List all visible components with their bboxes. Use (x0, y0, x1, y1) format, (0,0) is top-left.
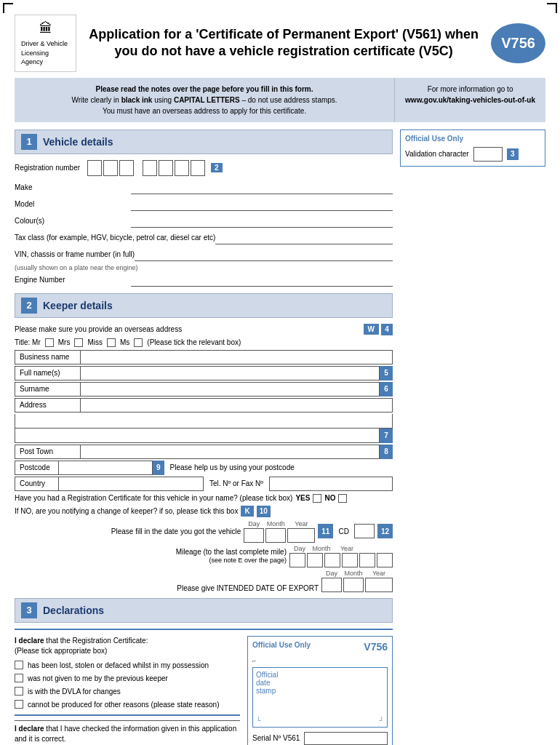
day-header1: Day (244, 520, 264, 527)
info-right-line1: For more information go to (405, 84, 535, 95)
official-use-dec-title: Official Use Only V756 (252, 641, 388, 653)
date-month1[interactable] (265, 528, 286, 543)
date-year1[interactable] (287, 528, 315, 543)
badge3: 3 (507, 148, 519, 160)
logo-line1: Driver & Vehicle (21, 39, 70, 49)
business-name-input[interactable] (80, 350, 393, 364)
export-day[interactable] (321, 578, 342, 592)
mileage-box4[interactable] (342, 553, 358, 567)
engine-input[interactable] (131, 274, 393, 287)
year-header2: Year (333, 545, 361, 552)
declarations-left: I declare that the Registration Certific… (15, 636, 240, 745)
address-input2[interactable] (15, 414, 393, 429)
address-input3[interactable] (15, 429, 380, 443)
model-input[interactable] (131, 198, 393, 211)
country-input[interactable] (58, 477, 204, 491)
tax-input[interactable] (215, 231, 393, 244)
vin-label: VIN, chassis or frame number (in full) (15, 250, 135, 258)
checkbox-ms[interactable] (134, 338, 143, 347)
info-website: www.gov.uk/taking-vehicles-out-of-uk (405, 95, 535, 105)
validation-input[interactable] (473, 147, 503, 162)
vin-input[interactable] (135, 248, 393, 261)
make-input[interactable] (131, 181, 393, 194)
section2-title: Keeper details (43, 300, 113, 311)
export-month[interactable] (343, 578, 364, 592)
corner-hint: ⌐ (252, 657, 388, 664)
tax-label: Tax class (for example, HGV, bicycle, pe… (15, 234, 215, 242)
badge11: 11 (318, 524, 333, 538)
please-tick: (Please tick the relevant box) (147, 338, 241, 346)
left-column: 1 Vehicle details Registration number 2 (15, 130, 393, 745)
official-use-title: Official Use Only (405, 135, 540, 143)
mileage-sublabel: (see note E over the page) (209, 557, 287, 564)
declare-item-3: is with the DVLA for changes (15, 687, 240, 697)
reg-num-row: Registration number 2 (15, 160, 393, 176)
mileage-row: Mileage (to the last complete mile)(see … (15, 545, 393, 567)
address-input1[interactable] (80, 398, 393, 413)
post-town-label: Post Town (15, 445, 80, 459)
header-title: Application for a 'Certificate of Perman… (84, 26, 484, 60)
miss-label: Miss (87, 338, 103, 346)
full-name-input[interactable] (80, 366, 380, 381)
mileage-box3[interactable] (324, 553, 340, 567)
checkbox-yes[interactable] (313, 494, 321, 503)
mileage-box6[interactable] (377, 553, 393, 567)
export-date-row: Please give INTENDED DATE OF EXPORT Day … (15, 570, 393, 592)
divider2 (15, 714, 240, 716)
form-number-badge: V756 (491, 23, 545, 63)
info-bold2: black ink (121, 96, 153, 104)
section1-title: Vehicle details (43, 136, 113, 148)
full-name-label: Full name(s) (15, 366, 80, 381)
day-header2: Day (289, 545, 310, 552)
badge9: 9 (153, 461, 164, 475)
reg-box-4[interactable] (143, 160, 157, 176)
mileage-box1[interactable] (289, 553, 305, 567)
date-day1[interactable] (244, 528, 264, 543)
validation-label: Validation character (405, 150, 469, 158)
serial-row: Serial Nº V561 (252, 732, 388, 745)
reg-box-2[interactable] (103, 160, 118, 176)
reg-box-7[interactable] (191, 160, 205, 176)
tel-input[interactable] (269, 477, 393, 491)
date-got-vehicle-label: Please fill in the date you got the vehi… (15, 527, 241, 535)
reg-box-5[interactable] (159, 160, 173, 176)
checkbox-lost[interactable] (15, 661, 23, 669)
export-date-label: Please give INTENDED DATE OF EXPORT (15, 584, 319, 592)
postcode-input[interactable] (58, 461, 153, 475)
section3-header: 3 Declarations (15, 598, 393, 623)
post-town-input[interactable] (80, 445, 380, 459)
checkbox-not-given[interactable] (15, 674, 23, 682)
vin-row: VIN, chassis or frame number (in full) (15, 247, 393, 262)
checkbox-mrs[interactable] (74, 338, 83, 347)
checkbox-other[interactable] (15, 700, 23, 709)
corner-tr (547, 3, 557, 13)
checkbox-no[interactable] (338, 494, 347, 503)
reg-box-6[interactable] (175, 160, 189, 176)
cd-input[interactable] (354, 524, 375, 538)
field2-badge: 2 (211, 163, 223, 172)
reg-box-1[interactable] (87, 160, 102, 176)
checkbox-dvla[interactable] (15, 687, 23, 696)
page-title: Application for a 'Certificate of Perman… (84, 26, 484, 60)
model-label: Model (15, 200, 131, 208)
checkbox-miss[interactable] (107, 338, 116, 347)
business-name-row: Business name (15, 350, 393, 364)
reg-num-label: Registration number (15, 164, 80, 172)
surname-label: Surname (15, 382, 80, 397)
checkbox-mr[interactable] (45, 338, 54, 347)
main-content: 1 Vehicle details Registration number 2 (15, 130, 545, 745)
colour-input[interactable] (131, 215, 393, 228)
reg-box-3[interactable] (119, 160, 134, 176)
badge4: 4 (381, 324, 393, 335)
declarations-layout: I declare that the Registration Certific… (15, 636, 393, 745)
validation-row: Validation character 3 (405, 147, 540, 162)
declare-item-2: was not given to me by the previous keep… (15, 674, 240, 684)
official-use-declarations: Official Use Only V756 ⌐ Officialdatesta… (247, 636, 393, 745)
surname-input[interactable] (80, 382, 380, 397)
mileage-box5[interactable] (359, 553, 375, 567)
mileage-box2[interactable] (307, 553, 323, 567)
postcode-label: Postcode (15, 461, 58, 475)
serial-input[interactable] (304, 732, 388, 745)
export-year[interactable] (365, 578, 393, 592)
logo-line2: Licensing (21, 49, 70, 58)
